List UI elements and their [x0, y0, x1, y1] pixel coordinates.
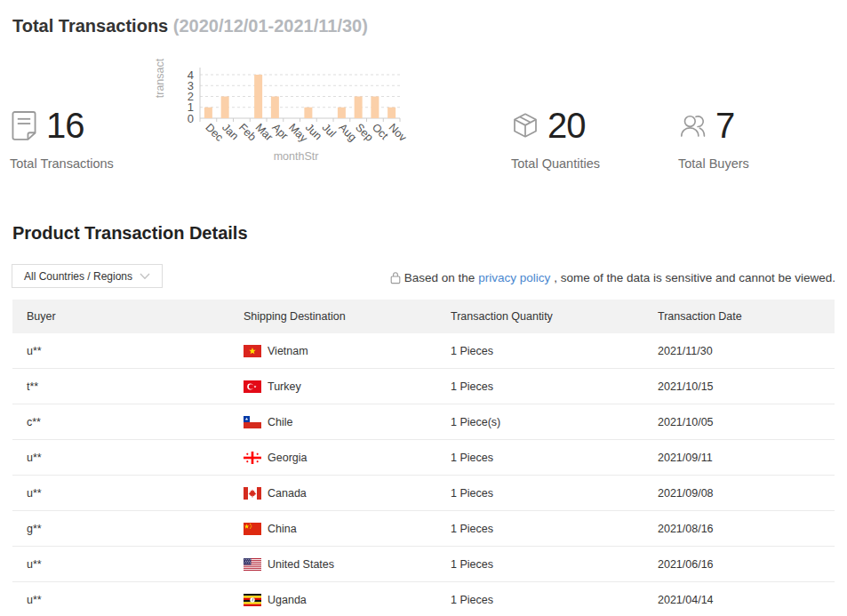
buyer-cell: u** — [12, 487, 229, 500]
section-title: Product Transaction Details — [12, 223, 248, 244]
country-filter-dropdown[interactable]: All Countries / Regions — [12, 264, 163, 288]
transactions-bar-chart: 01234DecJanFebMarAprMayJunJulAugSepOctNo… — [151, 50, 427, 174]
svg-text:4: 4 — [188, 68, 194, 82]
page-title-text: Total Transactions — [12, 16, 168, 36]
date-cell: 2021/04/14 — [643, 594, 835, 606]
flag-chile-icon — [244, 416, 261, 428]
table-row: u**Uganda1 Pieces2021/04/14 — [12, 582, 835, 616]
destination-label: Canada — [268, 487, 307, 500]
transactions-table: Buyer Shipping Destination Transaction Q… — [12, 300, 835, 616]
quantity-cell: 1 Pieces — [436, 523, 643, 535]
svg-text:Mar: Mar — [253, 121, 276, 143]
privacy-policy-link[interactable]: privacy policy — [478, 271, 550, 284]
svg-text:monthStr: monthStr — [274, 150, 319, 163]
transactions-table-body: u**Vietnam1 Pieces2021/11/30t**Turkey1 P… — [12, 333, 835, 616]
date-cell: 2021/06/16 — [643, 558, 835, 571]
col-transaction-date: Transaction Date — [643, 310, 835, 323]
flag-canada-icon — [244, 487, 261, 500]
bar-chart-svg: 01234DecJanFebMarAprMayJunJulAugSepOctNo… — [151, 50, 427, 174]
quantity-cell: 1 Pieces — [436, 345, 643, 357]
flag-united-states-icon — [244, 558, 261, 571]
svg-text:transact: transact — [154, 58, 166, 98]
table-header: Buyer Shipping Destination Transaction Q… — [12, 300, 835, 333]
date-cell: 2021/08/16 — [643, 523, 835, 535]
flag-georgia-icon — [244, 452, 261, 464]
lock-icon — [390, 271, 401, 284]
buyer-cell: u** — [12, 594, 229, 606]
total-transactions-label: Total Transactions — [10, 156, 114, 171]
total-buyers-value: 7 — [715, 108, 734, 143]
privacy-text-suffix: , some of the data is sensitive and cann… — [554, 271, 835, 284]
page-title: Total Transactions (2020/12/01-2021/11/3… — [12, 16, 368, 36]
destination-cell: Turkey — [229, 380, 436, 393]
buyer-cell: u** — [12, 452, 229, 464]
svg-text:Jan: Jan — [220, 121, 241, 142]
table-row: u**Georgia1 Pieces2021/09/11 — [12, 440, 835, 476]
date-cell: 2021/09/08 — [643, 487, 835, 500]
destination-cell: Canada — [229, 487, 436, 500]
col-transaction-quantity: Transaction Quantity — [436, 310, 643, 323]
total-quantities-value: 20 — [547, 108, 586, 143]
destination-label: China — [268, 523, 297, 535]
buyers-icon — [678, 111, 707, 140]
table-row: t**Turkey1 Pieces2021/10/15 — [12, 369, 835, 404]
privacy-text-prefix: Based on the — [404, 271, 475, 284]
col-shipping-destination: Shipping Destination — [229, 310, 436, 323]
buyer-cell: t** — [12, 380, 229, 393]
date-cell: 2021/10/15 — [643, 380, 835, 393]
destination-cell: Vietnam — [229, 345, 436, 357]
svg-text:Feb: Feb — [236, 121, 259, 143]
destination-cell: Uganda — [229, 594, 436, 606]
svg-text:Apr: Apr — [269, 121, 291, 142]
table-row: u**United States1 Pieces2021/06/16 — [12, 547, 835, 582]
total-buyers-label: Total Buyers — [678, 156, 749, 171]
destination-label: Georgia — [268, 452, 307, 464]
destination-label: Chile — [268, 416, 293, 428]
flag-vietnam-icon — [244, 345, 261, 357]
flag-turkey-icon — [244, 380, 261, 393]
package-icon — [511, 111, 539, 140]
destination-label: Turkey — [268, 380, 301, 393]
total-transactions-value: 16 — [46, 108, 84, 143]
stat-total-buyers: 7 Total Buyers — [678, 108, 749, 171]
destination-cell: China — [229, 523, 436, 535]
flag-china-icon — [244, 523, 261, 535]
col-buyer: Buyer — [12, 310, 229, 323]
quantity-cell: 1 Pieces — [436, 558, 643, 571]
date-cell: 2021/11/30 — [643, 345, 835, 357]
total-quantities-label: Total Quantities — [511, 156, 600, 171]
quantity-cell: 1 Pieces — [436, 380, 643, 393]
stat-total-transactions: 16 Total Transactions — [10, 108, 114, 171]
date-cell: 2021/10/05 — [643, 416, 835, 428]
flag-uganda-icon — [244, 594, 261, 606]
destination-label: United States — [268, 558, 334, 571]
privacy-notice: Based on the privacy policy, some of the… — [390, 271, 835, 284]
destination-label: Vietnam — [268, 345, 308, 357]
chevron-down-icon — [140, 273, 150, 280]
buyer-cell: c** — [12, 416, 229, 428]
buyer-cell: g** — [12, 523, 229, 535]
date-range: (2020/12/01-2021/11/30) — [173, 16, 368, 36]
quantity-cell: 1 Pieces — [436, 452, 643, 464]
buyer-cell: u** — [12, 558, 229, 571]
table-row: u**Vietnam1 Pieces2021/11/30 — [12, 333, 835, 369]
svg-text:Jul: Jul — [320, 121, 339, 140]
country-filter-label: All Countries / Regions — [24, 270, 132, 283]
buyer-cell: u** — [12, 345, 229, 357]
destination-label: Uganda — [268, 594, 307, 606]
destination-cell: Georgia — [229, 452, 436, 464]
destination-cell: Chile — [229, 416, 436, 428]
date-cell: 2021/09/11 — [643, 452, 835, 464]
table-row: c**Chile1 Piece(s)2021/10/05 — [12, 404, 835, 440]
destination-cell: United States — [229, 558, 436, 571]
svg-text:Oct: Oct — [370, 121, 391, 142]
quantity-cell: 1 Piece(s) — [436, 416, 643, 428]
quantity-cell: 1 Pieces — [436, 487, 643, 500]
quantity-cell: 1 Pieces — [436, 594, 643, 606]
table-row: u**Canada1 Pieces2021/09/08 — [12, 476, 835, 511]
stat-total-quantities: 20 Total Quantities — [511, 108, 600, 171]
document-icon — [10, 110, 38, 140]
table-row: g**China1 Pieces2021/08/16 — [12, 511, 835, 547]
svg-text:Nov: Nov — [387, 121, 410, 144]
